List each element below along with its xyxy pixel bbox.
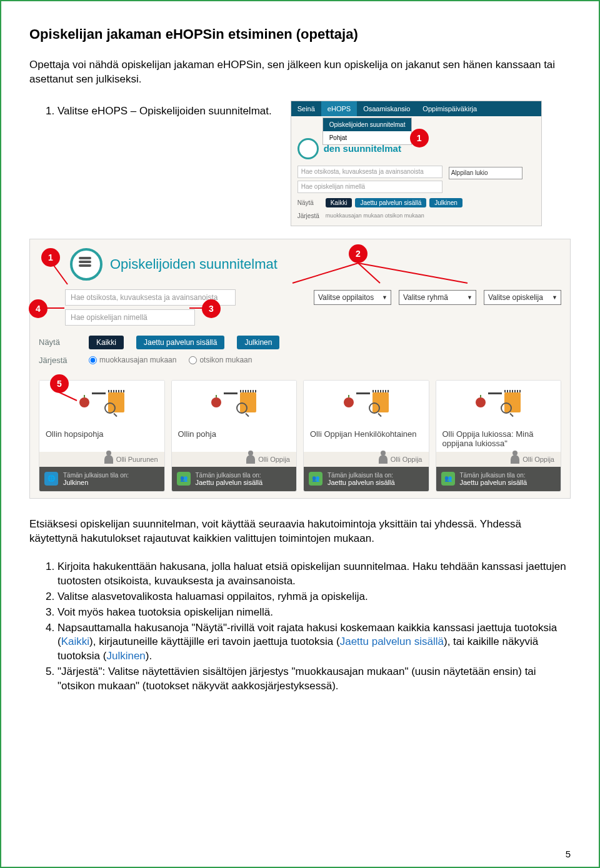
card-footer: 👥 Tämän julkaisun tila on: Jaettu palvel…	[172, 467, 297, 491]
apple-icon	[344, 397, 354, 407]
i4-link-kaikki: Kaikki	[61, 636, 89, 647]
instruction-2: Valitse alasvetovalikosta haluamasi oppi…	[58, 590, 571, 604]
result-card[interactable]: Olli Oppijan Henkilökohtainen Olli Oppij…	[303, 380, 429, 492]
card-title: Ollin hopsipohja	[39, 424, 164, 452]
card-title: Olli Oppijan Henkilökohtainen	[304, 424, 429, 452]
card-footer-label: Tämän julkaisun tila on:	[196, 472, 263, 479]
card-title: Olli Oppija lukiossa: Minä oppijana luki…	[436, 424, 561, 452]
group-icon: 👥	[177, 472, 191, 486]
tag-julkinen[interactable]: Julkinen	[237, 336, 279, 349]
select-ryhma[interactable]: Valitse ryhmä	[399, 290, 476, 305]
magnifier-icon	[236, 402, 248, 414]
nav-ehops[interactable]: eHOPS	[321, 101, 357, 116]
top-step-list: Valitse eHOPS – Opiskelijoiden suunnitel…	[29, 104, 272, 120]
card-footer: 👥 Tämän julkaisun tila on: Jaettu palvel…	[436, 467, 561, 491]
marker-main-4: 4	[29, 299, 48, 318]
card-author: Olli Puurunen	[116, 456, 158, 463]
notebook-icon	[372, 392, 389, 412]
result-card[interactable]: Olli Oppija lukiossa: Minä oppijana luki…	[436, 380, 562, 492]
mini-jarj-row: Järjestä muokkausajan mukaan otsikon muk…	[298, 212, 535, 219]
person-icon	[246, 455, 255, 464]
mini-pill-jaettu[interactable]: Jaettu palvelun sisällä	[355, 198, 426, 207]
screenshot-nav: Seinä eHOPS Osaamiskansio Oppimispäiväki…	[291, 101, 542, 226]
result-cards: Ollin hopsipohja Olli Puurunen 🌐 Tämän j…	[39, 380, 561, 492]
magnifier-icon	[369, 402, 380, 414]
mid-paragraph: Etsiäksesi opiskelijan suunnitelman, voi…	[29, 517, 571, 546]
card-thumbnail	[172, 381, 297, 424]
group-icon: 👥	[441, 472, 455, 486]
mini-page-title-text: den suunnitelmat	[324, 143, 401, 154]
marker-main-1: 1	[41, 248, 60, 267]
jarjesta-label: Järjestä	[39, 356, 76, 365]
marker-1: 1	[410, 129, 429, 147]
person-icon	[511, 455, 519, 464]
select-opiskelija[interactable]: Valitse opiskelija	[484, 290, 561, 305]
tag-jaettu[interactable]: Jaettu palvelun sisällä	[136, 336, 224, 349]
instruction-1: Kirjoita hakukenttään hakusana, jolla ha…	[58, 560, 571, 589]
card-footer-value: Jaettu palvelun sisällä	[196, 479, 263, 486]
nav-osaamiskansio[interactable]: Osaamiskansio	[357, 101, 416, 116]
nayta-row: Näytä Kaikki Jaettu palvelun sisällä Jul…	[39, 336, 561, 349]
person-icon	[104, 455, 113, 464]
card-author-row: Olli Oppija	[304, 452, 429, 467]
page-number: 5	[566, 849, 571, 859]
dropdown-pohjat[interactable]: Pohjat	[323, 131, 412, 144]
nav-seina[interactable]: Seinä	[291, 101, 321, 116]
mini-nayta-label: Näytä	[298, 199, 322, 206]
select-oppilaitos[interactable]: Valitse oppilaitos	[314, 290, 391, 305]
dropdown-opiskelijoiden[interactable]: Opiskelijoiden suunnitelmat	[323, 118, 412, 131]
instruction-list: Kirjoita hakukenttään hakusana, jolla ha…	[29, 560, 571, 694]
card-footer-text: Tämän julkaisun tila on: Julkinen	[63, 472, 129, 486]
person-icon	[379, 455, 388, 464]
mini-pill-julkinen[interactable]: Julkinen	[429, 198, 462, 207]
card-footer: 🌐 Tämän julkaisun tila on: Julkinen	[39, 467, 164, 491]
magnifier-icon	[501, 402, 512, 414]
mini-pill-kaikki[interactable]: Kaikki	[326, 198, 352, 207]
card-author-row: Olli Oppija	[436, 452, 561, 467]
card-footer-value: Jaettu palvelun sisällä	[460, 479, 528, 486]
card-footer-label: Tämän julkaisun tila on:	[328, 472, 395, 479]
mini-search-1[interactable]: Hae otsikosta, kuvauksesta ja avainsanoi…	[298, 166, 442, 178]
nav-oppimispaivakirja[interactable]: Oppimispäiväkirja	[416, 101, 483, 116]
search-input-name[interactable]: Hae opiskelijan nimellä	[65, 309, 195, 326]
binder-icon	[488, 392, 502, 412]
marker-main-5: 5	[50, 374, 69, 393]
mini-jarj-label: Järjestä	[298, 212, 322, 219]
i4-part-b: ), kirjautuneille käyttäjille eri tavoin…	[89, 636, 340, 647]
card-title: Ollin pohja	[172, 424, 297, 452]
radio-muokkausaika[interactable]: muokkausajan mukaan	[89, 356, 176, 364]
nav-bar: Seinä eHOPS Osaamiskansio Oppimispäiväki…	[291, 101, 541, 116]
card-footer-text: Tämän julkaisun tila on: Jaettu palvelun…	[196, 472, 263, 486]
nayta-label: Näytä	[39, 337, 76, 347]
page-title: Opiskelijan jakaman eHOPSin etsiminen (o…	[29, 26, 571, 42]
page: Opiskelijan jakaman eHOPSin etsiminen (o…	[0, 0, 600, 868]
radio-muokkausaika-input[interactable]	[89, 356, 97, 364]
apple-icon	[79, 397, 89, 407]
marker-main-3: 3	[202, 299, 221, 318]
card-author: Olli Oppija	[258, 456, 290, 463]
mini-sort-options: muokkausajan mukaan otsikon mukaan	[326, 212, 424, 219]
instruction-4: Napsauttamalla hakusanoja "Näytä"-rivill…	[58, 621, 571, 664]
card-thumbnail	[304, 381, 429, 424]
radio-otsikko-input[interactable]	[189, 356, 197, 364]
mini-search-2[interactable]: Hae opiskelijan nimellä	[298, 181, 442, 193]
i4-link-julkinen: Julkinen	[106, 650, 145, 662]
result-card[interactable]: Ollin pohja Olli Oppija 👥 Tämän julkaisu…	[171, 380, 298, 492]
radio-otsikko[interactable]: otsikon mukaan	[189, 356, 252, 364]
card-author-row: Olli Puurunen	[39, 452, 164, 467]
group-icon: 👥	[309, 472, 322, 486]
ehops-dropdown: Opiskelijoiden suunnitelmat Pohjat	[322, 117, 412, 145]
tag-kaikki[interactable]: Kaikki	[89, 336, 124, 349]
card-footer-text: Tämän julkaisun tila on: Jaettu palvelun…	[460, 472, 528, 486]
notebook-icon	[108, 392, 124, 412]
screenshot-main: 1 2 3 4 5 Opiskelijoiden suunnitelmat Ha…	[29, 239, 571, 499]
i4-link-jaettu: Jaettu palvelun sisällä	[340, 636, 444, 647]
mini-school-select[interactable]: Alppilan lukio	[449, 167, 522, 179]
top-step-row: Valitse eHOPS – Opiskelijoiden suunnitel…	[29, 101, 571, 226]
radio-otsikko-label: otsikon mukaan	[199, 356, 252, 364]
apple-icon	[476, 397, 486, 407]
result-card[interactable]: Ollin hopsipohja Olli Puurunen 🌐 Tämän j…	[39, 380, 165, 492]
instruction-5: "Järjestä": Valitse näytettävien sisältö…	[58, 665, 571, 694]
card-thumbnail	[436, 381, 561, 424]
instruction-3: Voit myös hakea tuotoksia opiskelijan ni…	[58, 606, 571, 620]
